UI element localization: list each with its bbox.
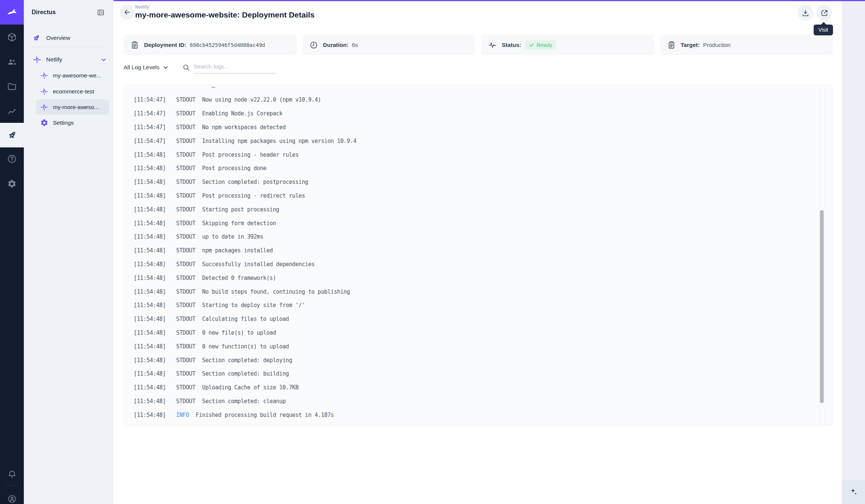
user-menu-button[interactable]: [0, 487, 24, 504]
log-message: Uploading Cache of size 10.7KB: [202, 384, 299, 391]
target-card: Target: Production: [660, 35, 833, 55]
log-message: No build steps found, continuing to publ…: [202, 288, 350, 295]
folder-icon: [7, 82, 17, 92]
sidebar-item-label: my-awesome-we...: [53, 72, 101, 79]
netlify-node-icon: [40, 103, 48, 111]
card-label: Status:: [502, 42, 521, 48]
module-netlify-extension[interactable]: [0, 123, 24, 147]
log-line: [11:54:48] STDOUT npm packages installed: [134, 244, 810, 258]
log-timestamp: [11:54:48]: [134, 261, 166, 268]
status-card: Status: Ready: [481, 35, 654, 55]
log-line: [11:54:48] STDOUT up to date in 392ms: [134, 230, 810, 244]
nav-header: Directus: [24, 0, 114, 25]
log-line: [11:54:48] STDOUT Section completed: pos…: [134, 175, 810, 189]
log-timestamp: [11:54:48]: [134, 206, 166, 213]
chevron-down-icon[interactable]: [100, 56, 107, 63]
ai-assistant-button[interactable]: [842, 480, 865, 504]
log-line: [11:54:48] STDOUT Uploading Cache of siz…: [134, 381, 810, 395]
log-timestamp: [11:54:48]: [134, 179, 166, 185]
module-users[interactable]: [0, 50, 24, 74]
log-level: STDOUT: [176, 151, 195, 158]
log-lines: [11:54:47] STDOUT Now using node v22.22.…: [134, 93, 810, 422]
directus-logo[interactable]: [0, 0, 24, 25]
log-timestamp: [11:54:48]: [134, 165, 166, 172]
log-line: [11:54:48] STDOUT Calculating files to u…: [134, 312, 810, 326]
module-insights[interactable]: [0, 99, 24, 124]
log-message: Now using node v22.22.0 (npm v10.9.4): [202, 96, 321, 103]
sidebar-item-site-1[interactable]: my-awesome-we...: [40, 68, 101, 83]
log-level: STDOUT: [176, 329, 195, 336]
module-files[interactable]: [0, 74, 24, 99]
log-search: [182, 63, 276, 74]
log-timestamp: [11:54:48]: [134, 357, 166, 364]
page-title: my-more-awesome-website: Deployment Deta…: [135, 10, 315, 19]
log-scrollbar-track[interactable]: [819, 87, 824, 424]
netlify-node-icon: [40, 71, 48, 80]
rocket-icon: [32, 34, 41, 42]
log-timestamp: [11:54:48]: [134, 398, 166, 405]
main-content: Netlify my-more-awesome-website: Deploym…: [114, 0, 842, 504]
user-avatar-icon: [7, 494, 17, 504]
project-name: Directus: [32, 9, 56, 16]
chevron-down-icon: [162, 64, 169, 71]
log-message: Starting to deploy site from '/': [202, 302, 305, 309]
sidebar-item-netlify[interactable]: Netlify: [33, 52, 107, 67]
target-value: Production: [703, 42, 731, 48]
breadcrumb[interactable]: Netlify: [135, 4, 149, 10]
module-help[interactable]: [0, 147, 24, 171]
status-badge: Ready: [525, 40, 556, 50]
log-level: STDOUT: [176, 220, 195, 227]
back-button[interactable]: [120, 5, 135, 20]
log-level: STDOUT: [176, 316, 195, 322]
log-timestamp: [11:54:48]: [134, 384, 166, 391]
clipped-log-line: [211, 87, 216, 88]
log-level: STDOUT: [176, 247, 195, 254]
log-level: INFO: [176, 412, 189, 418]
open-in-new-icon: [820, 9, 829, 17]
log-level: STDOUT: [176, 96, 195, 103]
log-level: STDOUT: [176, 370, 195, 377]
log-level: STDOUT: [176, 357, 195, 364]
log-timestamp: [11:54:48]: [134, 343, 166, 350]
app-screen: Directus Overview Netlify my: [0, 0, 865, 504]
clock-icon: [310, 41, 318, 49]
log-timestamp: [11:54:47]: [134, 96, 166, 103]
duration-value: 6s: [352, 42, 358, 48]
log-message: Skipping form detection: [202, 220, 276, 227]
log-timestamp: [11:54:48]: [134, 247, 166, 254]
card-label: Duration:: [323, 42, 349, 48]
notifications-button[interactable]: [0, 461, 24, 486]
module-content[interactable]: [0, 25, 24, 50]
log-timestamp: [11:54:48]: [134, 192, 166, 199]
log-message: Starting post processing: [202, 206, 279, 213]
log-level: STDOUT: [176, 343, 195, 350]
log-level-dropdown[interactable]: All Log Levels: [124, 64, 169, 71]
nav-divider: [31, 47, 107, 47]
search-logs-input[interactable]: [194, 63, 276, 74]
module-settings[interactable]: [0, 172, 24, 196]
back-arrow-icon: [123, 8, 131, 16]
sidebar-item-site-3[interactable]: my-more-aweso...: [40, 100, 99, 115]
log-message: No npm workspaces detected: [202, 124, 285, 131]
log-message: Installing npm packages using npm versio…: [202, 138, 356, 144]
sidebar-item-overview[interactable]: Overview: [32, 31, 70, 45]
log-timestamp: [11:54:48]: [134, 220, 166, 227]
log-line: [11:54:47] STDOUT Now using node v22.22.…: [134, 93, 810, 107]
log-line: [11:54:48] STDOUT Post processing done: [134, 162, 810, 175]
visit-site-button[interactable]: [816, 5, 832, 21]
collapse-sidebar-icon[interactable]: [97, 9, 105, 16]
log-line: [11:54:48] STDOUT Section completed: bui…: [134, 367, 810, 381]
deployment-id-card: Deployment ID: 698cb4525946f5d4088ac49d: [124, 35, 297, 55]
sidebar-item-settings[interactable]: Settings: [40, 115, 74, 130]
help-icon: [7, 154, 17, 164]
deployment-info-cards: Deployment ID: 698cb4525946f5d4088ac49d …: [124, 35, 833, 55]
log-timestamp: [11:54:48]: [134, 275, 166, 281]
log-message: Calculating files to upload: [202, 316, 289, 322]
log-line: [11:54:48] STDOUT Post processing - head…: [134, 148, 810, 162]
check-icon: [529, 42, 534, 48]
sidebar-item-site-2[interactable]: ecommerce-test: [40, 84, 94, 99]
cube-icon: [7, 32, 17, 42]
download-logs-button[interactable]: [797, 5, 813, 21]
module-rail: [0, 0, 24, 504]
log-scrollbar-thumb[interactable]: [820, 210, 824, 403]
